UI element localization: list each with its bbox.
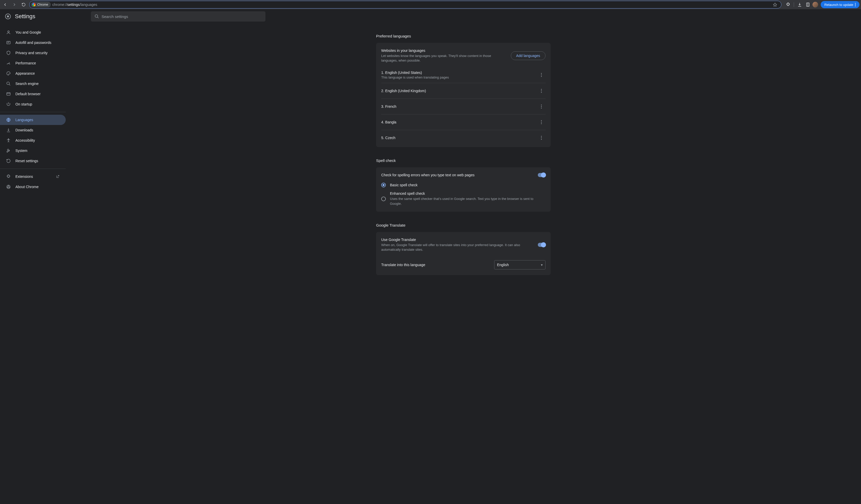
add-languages-button[interactable]: Add languages	[511, 51, 546, 60]
extensions-icon[interactable]	[784, 1, 792, 8]
language-name: 3. French	[381, 104, 537, 109]
profile-avatar[interactable]	[812, 2, 818, 8]
bookmark-star-icon[interactable]	[771, 1, 779, 8]
download-icon	[6, 128, 11, 132]
sidebar-item-reset-settings[interactable]: Reset settings	[0, 156, 66, 166]
sidebar-item-autofill-and-passwords[interactable]: Autofill and passwords	[0, 38, 66, 48]
caret-down-icon: ▾	[541, 263, 543, 267]
sidebar-item-label: Appearance	[15, 71, 35, 75]
translate-into-value: English	[497, 263, 509, 267]
sidebar-item-label: Downloads	[15, 128, 33, 132]
sidebar-item-system[interactable]: System	[0, 145, 66, 156]
svg-point-25	[541, 136, 542, 137]
kebab-icon	[541, 73, 542, 77]
sidebar-item-label: Languages	[15, 118, 33, 122]
sidebar-item-languages[interactable]: Languages	[0, 115, 66, 125]
browser-toolbar: Chrome chrome://settings/languages Relau…	[0, 0, 861, 9]
external-link-icon	[56, 175, 59, 178]
section-preferred-languages: Preferred languages	[376, 34, 551, 38]
language-more-button[interactable]	[537, 118, 546, 126]
section-spell-check: Spell check	[376, 158, 551, 163]
language-sub: This language is used when translating p…	[381, 75, 537, 79]
browser-icon	[6, 92, 11, 96]
sidebar-item-search-engine[interactable]: Search engine	[0, 79, 66, 89]
enhanced-spell-radio[interactable]	[381, 197, 386, 201]
svg-point-22	[541, 120, 542, 121]
sidebar-item-on-startup[interactable]: On startup	[0, 99, 66, 109]
settings-sidebar: You and GoogleAutofill and passwordsPriv…	[0, 24, 66, 504]
forward-button[interactable]	[11, 1, 18, 8]
svg-point-1	[855, 3, 856, 4]
chrome-icon	[6, 184, 11, 189]
svg-point-5	[8, 31, 9, 32]
sidebar-item-performance[interactable]: Performance	[0, 58, 66, 68]
language-name: 1. English (United States)	[381, 71, 537, 75]
sidebar-item-downloads[interactable]: Downloads	[0, 125, 66, 135]
search-icon	[6, 81, 11, 86]
chrome-icon	[32, 3, 36, 6]
sidebar-item-label: Privacy and security	[15, 51, 47, 55]
a11y-icon	[6, 138, 11, 143]
omnibox[interactable]: Chrome chrome://settings/languages	[29, 1, 781, 9]
language-more-button[interactable]	[537, 134, 546, 142]
svg-point-23	[541, 122, 542, 123]
site-chip[interactable]: Chrome	[30, 2, 51, 8]
kebab-icon	[541, 89, 542, 93]
back-button[interactable]	[2, 1, 9, 8]
sidebar-item-label: About Chrome	[15, 185, 39, 189]
url-text[interactable]: chrome://settings/languages	[52, 3, 770, 7]
speed-icon	[6, 61, 11, 66]
language-row: 2. English (United Kingdom)	[381, 83, 546, 99]
sidebar-item-default-browser[interactable]: Default browser	[0, 89, 66, 99]
sidebar-item-accessibility[interactable]: Accessibility	[0, 135, 66, 145]
svg-point-19	[541, 105, 542, 106]
basic-spell-radio[interactable]	[381, 183, 386, 187]
language-more-button[interactable]	[537, 87, 546, 95]
settings-search[interactable]	[91, 11, 265, 22]
sidebar-item-label: On startup	[15, 102, 32, 106]
enhanced-spell-label: Enhanced spell check	[390, 192, 546, 196]
relaunch-button[interactable]: Relaunch to update	[821, 1, 859, 8]
language-more-button[interactable]	[537, 71, 546, 79]
palette-icon	[6, 71, 11, 76]
svg-point-21	[541, 108, 542, 109]
sidebar-item-about-chrome[interactable]: About Chrome	[0, 182, 66, 192]
websites-languages-sub: Let websites know the languages you spea…	[381, 54, 507, 63]
settings-logo-icon	[5, 14, 11, 19]
separator	[794, 2, 794, 7]
reset-icon	[6, 158, 11, 163]
person-icon	[6, 30, 11, 34]
svg-point-10	[8, 139, 9, 139]
svg-point-20	[541, 106, 542, 107]
svg-point-18	[541, 92, 542, 93]
reload-button[interactable]	[20, 1, 27, 8]
spell-toggle-label: Check for spelling errors when you type …	[381, 173, 534, 177]
use-translate-toggle[interactable]	[538, 243, 546, 247]
language-name: 4. Bangla	[381, 120, 537, 124]
sidebar-item-appearance[interactable]: Appearance	[0, 68, 66, 79]
sidebar-item-you-and-google[interactable]: You and Google	[0, 27, 66, 38]
kebab-icon	[541, 104, 542, 109]
enhanced-spell-sub: Uses the same spell checker that's used …	[390, 197, 546, 206]
reading-list-icon[interactable]	[804, 1, 811, 8]
sidebar-item-label: Default browser	[15, 92, 41, 96]
sidebar-item-label: Extensions	[15, 174, 33, 179]
sidebar-item-extensions[interactable]: Extensions	[0, 171, 66, 182]
use-translate-title: Use Google Translate	[381, 238, 534, 242]
language-row: 3. French	[381, 99, 546, 114]
downloads-icon[interactable]	[796, 1, 803, 8]
language-more-button[interactable]	[537, 102, 546, 111]
sidebar-item-label: System	[15, 149, 27, 153]
svg-point-13	[541, 73, 542, 74]
settings-search-input[interactable]	[102, 14, 262, 19]
kebab-icon	[541, 120, 542, 124]
svg-point-14	[541, 75, 542, 75]
extension-icon	[6, 174, 11, 179]
spell-check-toggle[interactable]	[538, 173, 546, 177]
section-google-translate: Google Translate	[376, 223, 551, 227]
sidebar-item-label: Search engine	[15, 82, 39, 86]
translate-into-select[interactable]: English ▾	[494, 260, 546, 269]
settings-header: Settings	[0, 9, 861, 24]
sidebar-item-privacy-and-security[interactable]: Privacy and security	[0, 48, 66, 58]
nav-separator	[0, 169, 66, 169]
